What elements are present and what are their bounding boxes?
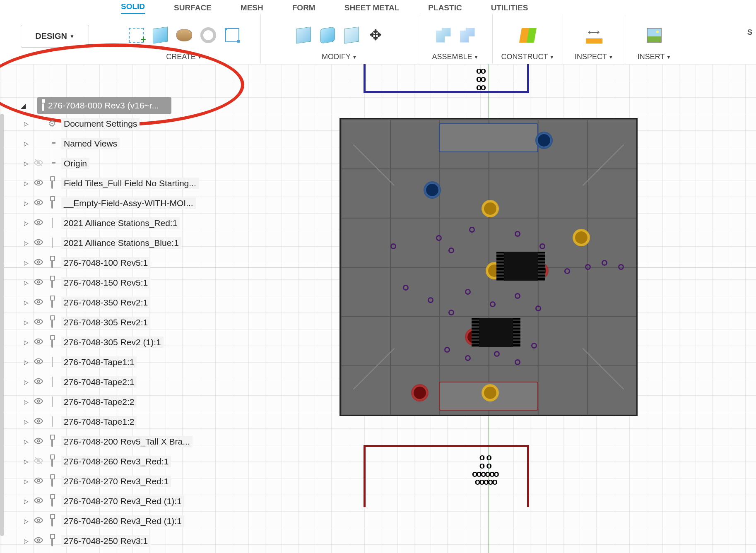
tab-mesh[interactable]: MESH — [241, 3, 263, 14]
tab-form[interactable]: FORM — [292, 3, 315, 14]
panel-construct-label[interactable]: CONSTRUCT▼ — [501, 53, 554, 61]
expand-triangle-icon[interactable]: ▷ — [24, 140, 30, 147]
browser-node[interactable]: ▷276-7048-260 Rev3_Red (1):1 — [12, 511, 244, 531]
browser-node[interactable]: ▷276-7048-270 Rev3_Red:1 — [12, 471, 244, 491]
browser-node[interactable]: ▷276-7048-305 Rev2 (1):1 — [12, 332, 244, 352]
tab-surface[interactable]: SURFACE — [174, 3, 212, 14]
visibility-eye-icon[interactable] — [34, 516, 43, 527]
visibility-eye-icon[interactable] — [34, 257, 43, 269]
browser-node[interactable]: ▷276-7048-270 Rev3_Red (1):1 — [12, 491, 244, 511]
expand-triangle-icon[interactable]: ▷ — [24, 359, 30, 365]
panel-inspect-label[interactable]: INSPECT▼ — [575, 53, 613, 61]
visibility-eye-icon[interactable] — [34, 397, 43, 408]
expand-triangle-icon[interactable]: ▷ — [24, 438, 30, 445]
svg-point-14 — [37, 420, 40, 422]
browser-node[interactable]: ▷276-7048-Tape1:2 — [12, 412, 244, 432]
browser-node[interactable]: ▷276-7048-Tape2:2 — [12, 392, 244, 412]
move-icon[interactable]: ✥ — [365, 25, 386, 46]
visibility-eye-icon[interactable] — [34, 317, 43, 328]
panel-insert-label[interactable]: INSERT▼ — [638, 53, 671, 61]
expand-triangle-icon[interactable]: ▷ — [24, 260, 30, 266]
as-built-joint-icon[interactable] — [457, 25, 478, 46]
shell-icon[interactable] — [341, 25, 362, 46]
visibility-eye-icon[interactable] — [34, 436, 43, 447]
expand-triangle-icon[interactable]: ▷ — [24, 160, 30, 167]
tab-solid[interactable]: SOLID — [121, 2, 145, 14]
panel-create-label[interactable]: CREATE▼ — [166, 53, 202, 61]
visibility-eye-icon[interactable] — [34, 476, 43, 487]
visibility-eye-icon[interactable] — [34, 198, 43, 209]
browser-node[interactable]: ▷276-7048-250 Rev3:1 — [12, 531, 244, 551]
expand-triangle-icon[interactable]: ▷ — [24, 220, 30, 226]
mogo-blue-1 — [535, 132, 553, 149]
fillet-icon[interactable] — [317, 25, 338, 46]
node-label: Field Tiles_Full Field No Starting... — [61, 178, 199, 189]
expand-triangle-icon[interactable]: ▷ — [24, 379, 30, 385]
visibility-eye-icon[interactable] — [34, 297, 43, 308]
browser-node[interactable]: ▷276-7048-Tape2:1 — [12, 372, 244, 392]
expand-triangle-icon[interactable]: ▷ — [24, 458, 30, 465]
browser-node[interactable]: ▷276-7048-150 Rev5:1 — [12, 273, 244, 293]
browser-node[interactable]: ▷276-7048-260 Rev3_Red:1 — [12, 452, 244, 471]
expand-triangle-icon[interactable]: ▷ — [24, 518, 30, 524]
browser-node[interactable]: ▷Named Views — [12, 134, 244, 154]
workspace-switcher[interactable]: DESIGN ▼ — [21, 25, 89, 48]
visibility-eye-icon[interactable] — [34, 277, 43, 289]
expand-triangle-icon[interactable]: ▷ — [24, 180, 30, 187]
browser-node[interactable]: ▷2021 Alliance Stations_Red:1 — [12, 213, 244, 233]
visibility-eye-icon[interactable] — [34, 337, 43, 348]
visibility-eye-off-icon[interactable] — [34, 456, 43, 467]
tab-utilities[interactable]: UTILITIES — [491, 3, 528, 14]
measure-icon[interactable]: ⟷ — [584, 25, 604, 46]
browser-node[interactable]: ▷2021 Alliance Stations_Blue:1 — [12, 233, 244, 253]
visibility-eye-icon[interactable] — [34, 238, 43, 249]
browser-node[interactable]: ▷276-7048-Tape1:1 — [12, 352, 244, 372]
visibility-eye-icon[interactable] — [34, 416, 43, 428]
expand-triangle-icon[interactable]: ▷ — [24, 319, 30, 326]
browser-scrollbar[interactable] — [0, 114, 4, 536]
browser-root-node[interactable]: ◢ 276-7048-000 Rev3 (v16~r... — [37, 97, 171, 114]
expand-triangle-icon[interactable]: ▷ — [24, 538, 30, 544]
expand-triangle-icon[interactable]: ▷ — [24, 498, 30, 505]
visibility-eye-icon[interactable] — [34, 496, 43, 507]
expand-triangle-icon[interactable]: ▷ — [24, 299, 30, 306]
expand-triangle-icon[interactable]: ▷ — [24, 240, 30, 246]
visibility-eye-icon[interactable] — [34, 178, 43, 189]
expand-triangle-icon[interactable]: ▷ — [24, 399, 30, 405]
visibility-eye-icon[interactable] — [34, 377, 43, 388]
browser-node[interactable]: ▷⚙Document Settings — [12, 114, 244, 134]
expand-triangle-icon[interactable]: ▷ — [24, 279, 30, 286]
browser-node[interactable]: ▷__Empty-Field-Assy-WITH-MOI... — [12, 193, 244, 213]
browser-node[interactable]: ▷276-7048-100 Rev5:1 — [12, 253, 244, 273]
browser-node[interactable]: ▷276-7048-305 Rev2:1 — [12, 313, 244, 332]
create-sketch-icon[interactable] — [126, 25, 147, 46]
browser-node[interactable]: ▷Origin — [12, 154, 244, 173]
tab-plastic[interactable]: PLASTIC — [428, 3, 462, 14]
browser-node[interactable]: ▷276-7048-200 Rev5_Tall X Bra... — [12, 432, 244, 452]
revolve-icon[interactable] — [174, 25, 195, 46]
browser-node[interactable]: ▷276-7048-350 Rev2:1 — [12, 293, 244, 313]
hole-icon[interactable] — [198, 25, 219, 46]
visibility-eye-icon[interactable] — [34, 357, 43, 368]
expand-triangle-icon[interactable]: ▷ — [24, 418, 30, 425]
panel-assemble-label[interactable]: ASSEMBLE▼ — [432, 53, 479, 61]
expand-triangle-icon[interactable]: ◢ — [21, 102, 26, 110]
press-pull-icon[interactable] — [293, 25, 314, 46]
node-label: 276-7048-200 Rev5_Tall X Bra... — [61, 436, 193, 447]
canvas-viewport[interactable]: oooooo — [0, 64, 756, 553]
panel-modify-label[interactable]: MODIFY▼ — [322, 53, 357, 61]
expand-triangle-icon[interactable]: ▷ — [24, 200, 30, 207]
expand-triangle-icon[interactable]: ▷ — [24, 339, 30, 346]
expand-triangle-icon[interactable]: ▷ — [24, 120, 30, 127]
joint-icon[interactable] — [433, 25, 454, 46]
expand-triangle-icon[interactable]: ▷ — [24, 478, 30, 485]
rectangle-icon[interactable] — [222, 25, 243, 46]
box-icon[interactable] — [150, 25, 171, 46]
construct-plane-icon[interactable] — [518, 25, 538, 46]
visibility-eye-icon[interactable] — [34, 536, 43, 547]
visibility-eye-off-icon[interactable] — [34, 158, 43, 169]
tab-sheet-metal[interactable]: SHEET METAL — [344, 3, 400, 14]
insert-image-icon[interactable] — [644, 25, 665, 46]
browser-node[interactable]: ▷Field Tiles_Full Field No Starting... — [12, 173, 244, 193]
visibility-eye-icon[interactable] — [34, 218, 43, 229]
